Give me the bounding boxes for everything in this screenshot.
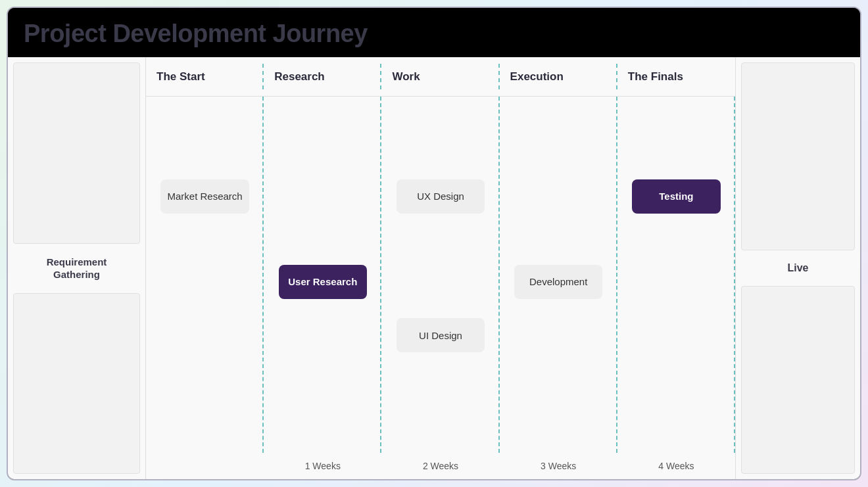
page-title: Project Development Journey <box>24 20 844 48</box>
grid-area: Market ResearchUser ResearchUX DesignUI … <box>146 97 735 453</box>
col-header-the-finals: The Finals <box>617 57 735 96</box>
card-market-research[interactable]: Market Research <box>160 179 249 214</box>
title-bar: Project Development Journey <box>8 8 860 57</box>
grid-col-the-finals <box>617 97 735 453</box>
right-top-box <box>741 62 855 250</box>
lane-right: Live <box>735 57 860 479</box>
grid-col-work <box>381 97 499 453</box>
left-top-box <box>13 62 140 244</box>
week-labels: 1 Weeks 2 Weeks 3 Weeks 4 Weeks <box>146 453 735 479</box>
col-header-work: Work <box>381 57 499 96</box>
live-label: Live <box>736 256 860 281</box>
week-label-3: 3 Weeks <box>500 453 617 479</box>
card-user-research[interactable]: User Research <box>279 265 367 299</box>
col-header-execution: Execution <box>500 57 617 96</box>
card-testing[interactable]: Testing <box>632 179 720 214</box>
card-ui-design[interactable]: UI Design <box>397 318 485 352</box>
lane-left: RequirementGathering <box>8 57 146 479</box>
left-bottom-box <box>13 293 140 475</box>
col-header-the-start: The Start <box>146 57 264 96</box>
week-label-spacer <box>146 453 264 479</box>
week-label-2: 2 Weeks <box>381 453 499 479</box>
right-bottom-box <box>741 286 855 474</box>
card-ux-design[interactable]: UX Design <box>397 179 485 214</box>
column-headers: The Start Research Work Execution The Fi… <box>146 57 735 97</box>
main-content: RequirementGathering The Start Research … <box>8 57 860 479</box>
center-area: The Start Research Work Execution The Fi… <box>146 57 735 479</box>
app-container: Project Development Journey RequirementG… <box>7 7 861 480</box>
card-development[interactable]: Development <box>514 265 602 299</box>
col-header-research: Research <box>264 57 381 96</box>
week-label-4: 4 Weeks <box>617 453 735 479</box>
grid-col-the-start <box>146 97 264 453</box>
requirement-gathering-label: RequirementGathering <box>8 249 145 288</box>
week-label-1: 1 Weeks <box>264 453 381 479</box>
